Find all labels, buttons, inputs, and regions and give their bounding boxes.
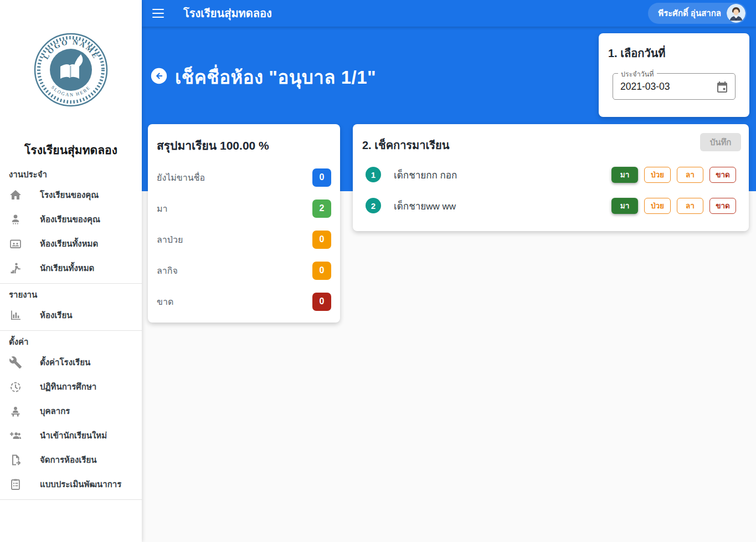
sick-button[interactable]: ป่วย: [644, 167, 671, 183]
sidebar-item-label: นักเรียนทั้งหมด: [40, 262, 94, 275]
staff-icon: [9, 405, 22, 418]
sidebar-item-label: ตั้งค่าโรงเรียน: [40, 356, 90, 369]
calendar-icon[interactable]: [716, 80, 729, 94]
avatar: [727, 4, 745, 23]
sick-button[interactable]: ป่วย: [644, 198, 671, 214]
summary-row-label: ลากิจ: [157, 264, 178, 278]
attendance-actions: มา ป่วย ลา ขาด: [611, 167, 736, 183]
sidebar-item-label: บุคลากร: [40, 405, 70, 418]
nav-section-settings: ตั้งค่า: [0, 334, 142, 350]
summary-row-label: ลาป่วย: [157, 233, 183, 247]
menu-icon[interactable]: [152, 7, 166, 20]
date-card-title: 1. เลือกวันที่: [608, 44, 666, 62]
attendance-check-card: 2. เช็คการมาเรียน บันทึก 1 เด็กชายกก กอก…: [353, 124, 749, 231]
students-icon: [9, 262, 22, 275]
wrench-icon: [9, 356, 22, 369]
attendance-actions: มา ป่วย ลา ขาด: [611, 198, 736, 214]
top-app-bar: โรงเรียนสุ่มทดลอง พีระศักดิ์ อุ่นสากล: [142, 0, 756, 27]
evaluation-icon: [9, 478, 22, 491]
count-badge: 0: [312, 262, 331, 280]
summary-row-label: ขาด: [157, 295, 173, 309]
school-logo: LOGO NAME SLOGAN HERE: [33, 32, 109, 108]
summary-rows: ยังไม่ขานชื่อ 0 มา 2 ลาป่วย 0 ลากิจ 0 ขา…: [148, 162, 340, 317]
sidebar-item-all-classrooms[interactable]: ห้องเรียนทั้งหมด: [0, 232, 142, 256]
present-button[interactable]: มา: [611, 167, 638, 183]
sidebar-item-label: ห้องเรียนทั้งหมด: [40, 237, 98, 250]
sidebar-item-classroom-report[interactable]: ห้องเรียน: [0, 303, 142, 328]
count-badge: 0: [312, 168, 331, 187]
sidebar-item-label: จัดการห้องเรียน: [40, 453, 97, 467]
sidebar-item-label: ปฏิทินการศึกษา: [40, 380, 96, 393]
count-badge: 0: [312, 293, 331, 311]
sidebar-item-import-students[interactable]: นำเข้านักเรียนใหม่: [0, 423, 142, 448]
bar-chart-icon: [9, 309, 22, 322]
student-row: 2 เด็กชายww ww มา ป่วย ลา ขาด: [353, 190, 749, 221]
sidebar-item-label: ห้องเรียนของคุณ: [40, 213, 100, 226]
home-icon: [9, 188, 22, 202]
date-field-label: ประจำวันที่: [618, 69, 657, 80]
student-name: เด็กชายww ww: [394, 198, 611, 213]
sidebar-item-label: นำเข้านักเรียนใหม่: [40, 429, 107, 442]
app-title: โรงเรียนสุ่มทดลอง: [183, 4, 272, 22]
sidebar-item-all-students[interactable]: นักเรียนทั้งหมด: [0, 256, 142, 280]
summary-row-sick-leave: ลาป่วย 0: [148, 224, 340, 255]
student-number-badge: 2: [366, 198, 381, 213]
sidebar-school-name: โรงเรียนสุ่มทดลอง: [0, 141, 142, 159]
student-number-badge: 1: [366, 167, 381, 182]
save-button[interactable]: บันทึก: [700, 133, 741, 151]
summary-row-absent: ขาด 0: [148, 286, 340, 317]
page-title: เช็คชื่อห้อง "อนุบาล 1/1": [175, 63, 376, 92]
person-icon: [9, 213, 22, 226]
sidebar-nav: งานประจำ โรงเรียนของคุณ ห้องเรียนของคุณ: [0, 166, 142, 503]
absent-button[interactable]: ขาด: [709, 167, 736, 183]
summary-row-label: ยังไม่ขานชื่อ: [157, 171, 205, 185]
sidebar-item-your-school[interactable]: โรงเรียนของคุณ: [0, 183, 142, 207]
sidebar-item-academic-calendar[interactable]: ปฏิทินการศึกษา: [0, 375, 142, 399]
nav-section-reports: รายงาน: [0, 287, 142, 303]
leave-button[interactable]: ลา: [677, 167, 703, 183]
nav-divider: [0, 330, 142, 331]
user-menu[interactable]: พีระศักดิ์ อุ่นสากล: [648, 3, 747, 24]
attendance-summary-card: สรุปมาเรียน 100.00 % ยังไม่ขานชื่อ 0 มา …: [148, 124, 340, 323]
summary-title: สรุปมาเรียน 100.00 %: [148, 124, 340, 155]
app-root: LOGO NAME SLOGAN HERE โรงเรียนสุ่มทดลอง …: [0, 0, 756, 542]
back-button[interactable]: [151, 68, 167, 84]
sidebar-item-your-classroom[interactable]: ห้องเรียนของคุณ: [0, 207, 142, 232]
sidebar-item-label: แบบประเมินพัฒนาการ: [40, 478, 121, 491]
student-name: เด็กชายกก กอก: [394, 167, 611, 182]
summary-row-personal-leave: ลากิจ 0: [148, 255, 340, 286]
absent-button[interactable]: ขาด: [709, 198, 736, 214]
classroom-icon: [9, 237, 22, 250]
timer-icon: [9, 380, 22, 393]
student-list: 1 เด็กชายกก กอก มา ป่วย ลา ขาด 2 เด็กชาย…: [353, 159, 749, 221]
sidebar-item-school-settings[interactable]: ตั้งค่าโรงเรียน: [0, 350, 142, 375]
present-button[interactable]: มา: [611, 198, 638, 214]
count-badge: 2: [312, 200, 331, 218]
sidebar-item-development-evaluation[interactable]: แบบประเมินพัฒนาการ: [0, 472, 142, 497]
student-row: 1 เด็กชายกก กอก มา ป่วย ลา ขาด: [353, 159, 749, 190]
attendance-title: 2. เช็คการมาเรียน: [362, 136, 450, 154]
count-badge: 0: [312, 231, 331, 249]
nav-divider: [0, 283, 142, 284]
leave-button[interactable]: ลา: [677, 198, 703, 214]
sidebar-item-label: โรงเรียนของคุณ: [40, 188, 99, 202]
sidebar-item-label: ห้องเรียน: [40, 309, 72, 322]
summary-row-present: มา 2: [148, 193, 340, 224]
nav-section-routine: งานประจำ: [0, 166, 142, 183]
file-move-icon: [9, 453, 22, 467]
nav-divider: [0, 499, 142, 500]
sidebar: LOGO NAME SLOGAN HERE โรงเรียนสุ่มทดลอง …: [0, 0, 142, 542]
user-name: พีระศักดิ์ อุ่นสากล: [658, 7, 721, 20]
summary-row-not-called: ยังไม่ขานชื่อ 0: [148, 162, 340, 193]
sidebar-item-manage-classrooms[interactable]: จัดการห้องเรียน: [0, 448, 142, 472]
group-add-icon: [9, 429, 22, 442]
date-card: 1. เลือกวันที่ ประจำวันที่ 2021-03-03: [599, 33, 749, 117]
date-input[interactable]: ประจำวันที่ 2021-03-03: [613, 73, 736, 100]
sidebar-item-staff[interactable]: บุคลากร: [0, 399, 142, 423]
summary-row-label: มา: [157, 202, 168, 216]
